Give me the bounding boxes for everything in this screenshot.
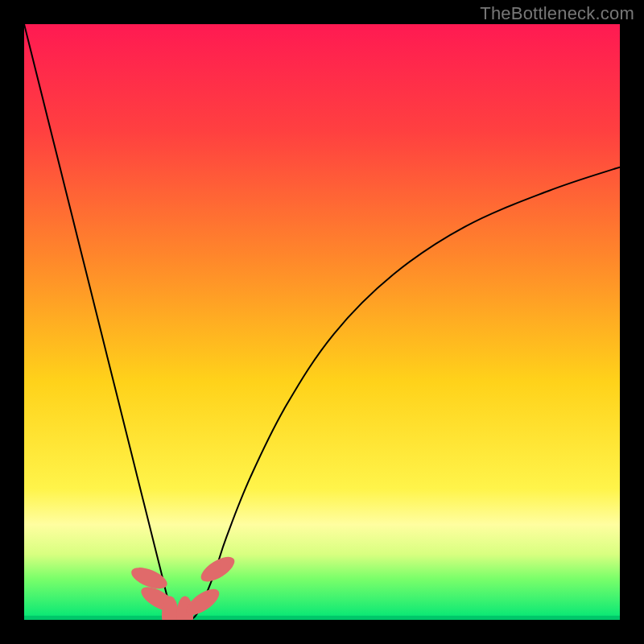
bottleneck-curve — [24, 24, 620, 620]
plot-area — [24, 24, 620, 620]
chart-frame: TheBottleneck.com — [0, 0, 644, 644]
baseline — [24, 616, 620, 620]
watermark-text: TheBottleneck.com — [480, 3, 634, 24]
chart-svg — [24, 24, 620, 620]
optimal-marker — [197, 552, 238, 587]
